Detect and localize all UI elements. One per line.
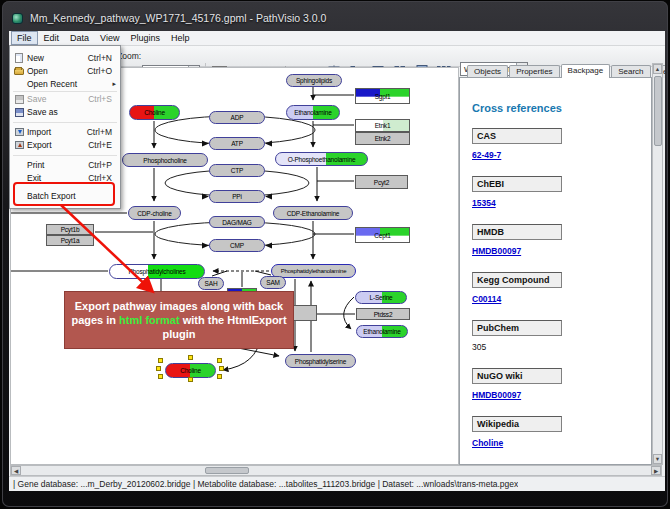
menu-item-export[interactable]: Export Ctrl+E	[11, 139, 119, 151]
node-etnk2[interactable]: Etnk2	[355, 132, 410, 145]
crossref-entry-nugo: NuGO wiki HMDB00097	[472, 368, 651, 402]
crossref-db-box: Kegg Compound	[472, 272, 562, 288]
node-choline-top[interactable]: Choline	[129, 105, 180, 120]
node-phosphatidylcholines[interactable]: Phosphatidylcholines	[109, 264, 205, 279]
vertical-scrollbar[interactable]: ▲ ▼	[652, 63, 663, 465]
scroll-left-icon[interactable]: ◀	[11, 466, 21, 475]
crossref-link[interactable]: HMDB00097	[472, 246, 521, 256]
selection-handle[interactable]	[158, 374, 163, 379]
node-ethanolamine-top[interactable]: Ethanolamine	[286, 105, 340, 120]
window-title: Mm_Kennedy_pathway_WP1771_45176.gpml - P…	[30, 12, 326, 24]
menu-item-batch-export[interactable]: Batch Export	[11, 190, 119, 202]
menu-item-new[interactable]: New Ctrl+N	[11, 52, 119, 64]
callout-text: Export pathway images along with back pa…	[70, 299, 288, 341]
title-bar[interactable]: Mm_Kennedy_pathway_WP1771_45176.gpml - P…	[12, 8, 658, 28]
menu-item-open[interactable]: Open Ctrl+O	[11, 65, 119, 77]
menu-separator	[13, 122, 117, 123]
menu-item-save-as[interactable]: Save as	[11, 106, 119, 118]
scroll-right-icon[interactable]: ▶	[651, 466, 661, 475]
selection-handle[interactable]	[217, 374, 222, 379]
menu-item-label: Export	[27, 140, 88, 150]
node-sphingolipids[interactable]: Sphingolipids	[286, 74, 342, 87]
node-l-serine[interactable]: L-Serine	[355, 291, 407, 304]
menu-item-open-recent[interactable]: Open Recent ▸	[11, 78, 119, 90]
menu-item-print[interactable]: Print Ctrl+P	[11, 159, 119, 171]
node-ethanolamine-bottom[interactable]: Ethanolamine	[356, 325, 408, 338]
node-phosphatidylserine[interactable]: Phosphatidylserine	[285, 354, 356, 368]
annotation-callout: Export pathway images along with back pa…	[64, 291, 294, 349]
tab-backpage[interactable]: Backpage	[561, 64, 611, 78]
menu-item-shortcut: Ctrl+O	[87, 66, 119, 76]
node-cdp-choline[interactable]: CDP-choline	[128, 206, 181, 220]
node-ctp[interactable]: CTP	[209, 164, 265, 177]
menu-item-import[interactable]: Import Ctrl+M	[11, 126, 119, 138]
node-gene-partial[interactable]	[291, 305, 317, 321]
crossref-heading: Cross references	[472, 102, 651, 114]
node-phosphatidylethanolamine[interactable]: Phosphatidylethanolamine	[271, 264, 356, 278]
selection-handle[interactable]	[217, 358, 222, 363]
node-pcyt1b[interactable]: Pcyt1b	[46, 224, 94, 235]
selection-handle[interactable]	[156, 366, 161, 371]
application-window: Mm_Kennedy_pathway_WP1771_45176.gpml - P…	[2, 1, 668, 507]
node-cept1[interactable]: Cept1	[355, 227, 410, 243]
save-as-icon	[11, 108, 27, 117]
crossref-db-box: NuGO wiki	[472, 368, 562, 384]
selection-handle[interactable]	[188, 377, 193, 382]
open-folder-icon	[11, 68, 27, 75]
menu-item-exit[interactable]: Exit Ctrl+X	[11, 172, 119, 184]
node-pcyt1a[interactable]: Pcyt1a	[46, 235, 94, 246]
crossref-link[interactable]: 62-49-7	[472, 150, 501, 160]
menu-help[interactable]: Help	[166, 32, 195, 44]
selection-handle[interactable]	[219, 366, 224, 371]
menu-item-label: Print	[27, 160, 88, 170]
menu-item-save[interactable]: Save Ctrl+S	[11, 93, 119, 105]
node-sah[interactable]: SAH	[198, 277, 224, 290]
menu-item-label: Save as	[27, 107, 112, 117]
menu-separator	[13, 91, 117, 92]
menu-edit[interactable]: Edit	[39, 32, 65, 44]
menu-file[interactable]: File	[11, 31, 38, 45]
menu-data[interactable]: Data	[65, 32, 94, 44]
menu-view[interactable]: View	[95, 32, 124, 44]
vertical-scrollbar-thumb[interactable]	[654, 76, 662, 146]
save-icon	[11, 95, 27, 104]
selection-handle[interactable]	[158, 358, 163, 363]
crossref-entry-hmdb: HMDB HMDB00097	[472, 224, 651, 258]
crossref-entry-kegg: Kegg Compound C00114	[472, 272, 651, 306]
node-adp[interactable]: ADP	[209, 111, 265, 124]
node-o-phosphoethanolamine[interactable]: O-Phosphoethanolamine	[275, 152, 368, 166]
selection-handle[interactable]	[188, 355, 193, 360]
horizontal-scrollbar-thumb[interactable]	[205, 467, 249, 474]
crossref-link[interactable]: C00114	[472, 294, 501, 304]
scroll-down-icon[interactable]: ▼	[653, 454, 662, 464]
crossref-db-box: PubChem	[472, 320, 562, 336]
callout-text-after: with the HtmlExport plugin	[163, 314, 287, 340]
crossref-link[interactable]: Choline	[472, 438, 503, 448]
crossref-entry-pubchem: PubChem 305	[472, 320, 651, 354]
node-ptdss2[interactable]: Ptdss2	[356, 308, 410, 320]
sidebar-tab-bar: Objects Properties Backpage Search Legen…	[461, 63, 652, 78]
node-sgpl1[interactable]: Sgpl1	[355, 88, 410, 104]
node-atp[interactable]: ATP	[209, 137, 265, 150]
node-etnk1[interactable]: Etnk1	[355, 119, 410, 132]
node-ppi[interactable]: PPi	[209, 190, 265, 203]
node-pcyt2[interactable]: Pcyt2	[355, 175, 408, 189]
menu-plugins[interactable]: Plugins	[125, 32, 165, 44]
node-dag-mag[interactable]: DAG/MAG	[209, 216, 265, 228]
callout-highlight: html format	[119, 314, 180, 326]
crossref-entry-cas: CAS 62-49-7	[472, 128, 651, 162]
crossref-db-box: CAS	[472, 128, 562, 144]
menu-item-label: Batch Export	[27, 191, 119, 201]
scroll-up-icon[interactable]: ▲	[653, 64, 662, 74]
node-sam[interactable]: SAM	[260, 276, 286, 289]
crossref-link[interactable]: HMDB00097	[472, 390, 521, 400]
pathvisio-app-icon	[12, 13, 23, 24]
node-cdp-ethanolamine[interactable]: CDP-Ethanolamine	[273, 206, 353, 220]
node-cmp[interactable]: CMP	[209, 239, 265, 252]
menu-item-shortcut: Ctrl+E	[88, 140, 119, 150]
horizontal-scrollbar[interactable]: ◀ ▶	[10, 465, 662, 476]
node-choline-selected[interactable]: Choline	[165, 363, 216, 378]
menu-bar: File Edit Data View Plugins Help	[9, 31, 665, 46]
node-phosphocholine[interactable]: Phosphocholine	[122, 153, 208, 167]
crossref-link[interactable]: 15354	[472, 198, 496, 208]
